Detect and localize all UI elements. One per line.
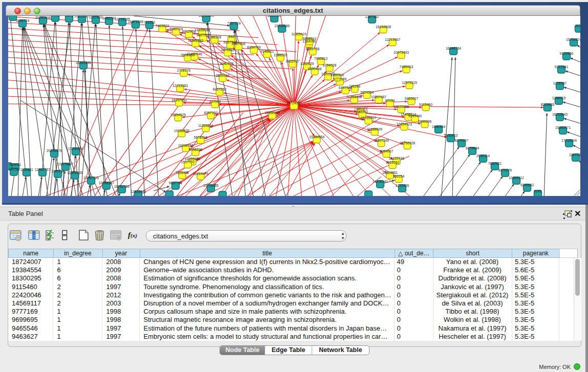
- svg-text:7955812: 7955812: [314, 57, 328, 60]
- svg-text:1517702: 1517702: [181, 160, 195, 164]
- svg-text:9115460: 9115460: [419, 103, 432, 106]
- svg-text:962202: 962202: [357, 110, 368, 114]
- svg-text:62160: 62160: [385, 99, 395, 102]
- svg-text:19166829: 19166829: [174, 129, 189, 133]
- svg-text:12923448: 12923448: [130, 190, 146, 193]
- svg-text:417004: 417004: [209, 100, 221, 103]
- svg-text:9777169: 9777169: [333, 77, 347, 81]
- svg-text:13226058: 13226058: [194, 28, 210, 32]
- svg-text:20053346: 20053346: [76, 61, 91, 64]
- svg-text:6794028: 6794028: [323, 63, 337, 67]
- svg-text:19654923: 19654923: [397, 122, 412, 126]
- svg-text:16120746: 16120746: [389, 157, 404, 160]
- svg-text:16210643: 16210643: [552, 113, 568, 116]
- svg-text:8471676: 8471676: [498, 168, 512, 172]
- svg-text:3875685: 3875685: [221, 48, 235, 52]
- svg-text:39159: 39159: [9, 167, 19, 171]
- svg-text:1244415: 1244415: [552, 96, 566, 100]
- svg-text:835061: 835061: [10, 163, 21, 166]
- svg-text:6868610: 6868610: [303, 37, 317, 40]
- svg-text:5498222: 5498222: [189, 148, 203, 151]
- svg-text:1733426: 1733426: [396, 184, 409, 187]
- svg-text:19654925: 19654925: [170, 113, 186, 117]
- svg-text:2367608: 2367608: [232, 42, 246, 46]
- svg-text:8990448: 8990448: [308, 67, 322, 71]
- svg-text:23420046: 23420046: [187, 52, 202, 56]
- svg-text:16033809: 16033809: [199, 16, 214, 17]
- svg-text:15692971: 15692971: [555, 126, 571, 129]
- svg-text:7632621: 7632621: [488, 162, 502, 165]
- svg-text:16154808: 16154808: [376, 25, 391, 29]
- svg-text:19384554: 19384554: [309, 135, 324, 139]
- svg-text:8813054: 8813054: [268, 16, 281, 17]
- svg-text:5878334: 5878334: [194, 136, 208, 139]
- svg-text:1112: 1112: [575, 24, 580, 28]
- svg-text:9463627: 9463627: [405, 97, 419, 100]
- svg-text:546: 546: [228, 35, 234, 38]
- svg-text:4055724: 4055724: [16, 19, 30, 23]
- svg-text:6899695: 6899695: [418, 120, 432, 123]
- svg-text:6466160: 6466160: [102, 16, 116, 20]
- svg-text:15720407: 15720407: [361, 116, 376, 120]
- svg-text:1167533: 1167533: [569, 153, 580, 157]
- svg-text:15524851: 15524851: [382, 171, 398, 174]
- svg-text:15751074: 15751074: [566, 38, 580, 41]
- svg-text:18724007: 18724007: [286, 101, 301, 105]
- svg-text:15716485: 15716485: [203, 184, 219, 187]
- svg-text:10688609: 10688609: [367, 127, 382, 131]
- svg-text:12975115: 12975115: [402, 81, 417, 84]
- svg-text:3824554: 3824554: [360, 91, 374, 94]
- svg-text:8822037: 8822037: [286, 59, 300, 63]
- svg-text:6879197: 6879197: [455, 139, 469, 142]
- svg-text:12213967: 12213967: [385, 38, 400, 41]
- svg-text:7463822: 7463822: [156, 24, 169, 28]
- svg-text:1640954: 1640954: [432, 125, 446, 128]
- svg-text:16914479: 16914479: [193, 172, 208, 176]
- svg-text:9857791: 9857791: [169, 181, 183, 185]
- svg-text:2803144: 2803144: [216, 74, 230, 77]
- svg-text:9242848: 9242848: [220, 62, 234, 65]
- svg-text:1615152: 1615152: [386, 161, 400, 164]
- svg-text:9599440: 9599440: [408, 114, 422, 118]
- svg-text:1362629: 1362629: [300, 62, 314, 65]
- svg-text:12213383: 12213383: [172, 84, 188, 87]
- svg-text:16782759: 16782759: [114, 185, 129, 188]
- svg-text:20091406: 20091406: [35, 16, 51, 19]
- svg-text:2387682: 2387682: [365, 16, 379, 18]
- svg-text:8427552: 8427552: [213, 87, 227, 91]
- svg-text:18900215: 18900215: [265, 111, 280, 115]
- svg-text:1588520: 1588520: [274, 53, 288, 57]
- svg-text:16671355: 16671355: [128, 20, 143, 24]
- svg-text:9474444: 9474444: [466, 146, 480, 150]
- svg-text:10973493: 10973493: [394, 51, 409, 54]
- svg-text:19218586: 19218586: [274, 24, 290, 28]
- svg-text:1209387: 1209387: [553, 81, 567, 85]
- svg-text:9227341: 9227341: [555, 65, 569, 69]
- svg-text:9245: 9245: [534, 189, 541, 193]
- svg-text:18107552: 18107552: [171, 98, 187, 102]
- svg-text:9146821: 9146821: [260, 50, 274, 53]
- svg-text:10654112: 10654112: [509, 176, 524, 180]
- svg-text:7357224: 7357224: [227, 21, 241, 25]
- svg-text:9973: 9973: [65, 16, 73, 17]
- svg-text:10025458: 10025458: [394, 105, 409, 108]
- svg-text:10958187: 10958187: [99, 181, 114, 185]
- svg-text:7485063: 7485063: [400, 65, 413, 69]
- svg-text:19975867: 19975867: [58, 162, 73, 166]
- svg-text:5933923: 5933923: [444, 134, 458, 137]
- svg-text:252254: 252254: [393, 174, 405, 178]
- svg-text:18807249: 18807249: [374, 139, 389, 142]
- svg-text:751552: 751552: [144, 20, 156, 24]
- svg-text:1621072: 1621072: [321, 72, 335, 76]
- svg-text:16648784: 16648784: [446, 47, 461, 50]
- svg-text:17957225: 17957225: [83, 176, 99, 180]
- svg-text:6497508: 6497508: [339, 86, 353, 90]
- svg-text:8215955: 8215955: [541, 103, 555, 106]
- svg-text:1115681: 1115681: [20, 168, 33, 171]
- svg-text:9084067: 9084067: [380, 149, 394, 153]
- svg-text:16046755: 16046755: [178, 144, 193, 147]
- svg-text:12942757: 12942757: [35, 168, 50, 171]
- svg-text:8454749: 8454749: [247, 46, 261, 49]
- svg-text:19756928: 19756928: [400, 141, 415, 145]
- svg-text:8660124: 8660124: [169, 27, 183, 31]
